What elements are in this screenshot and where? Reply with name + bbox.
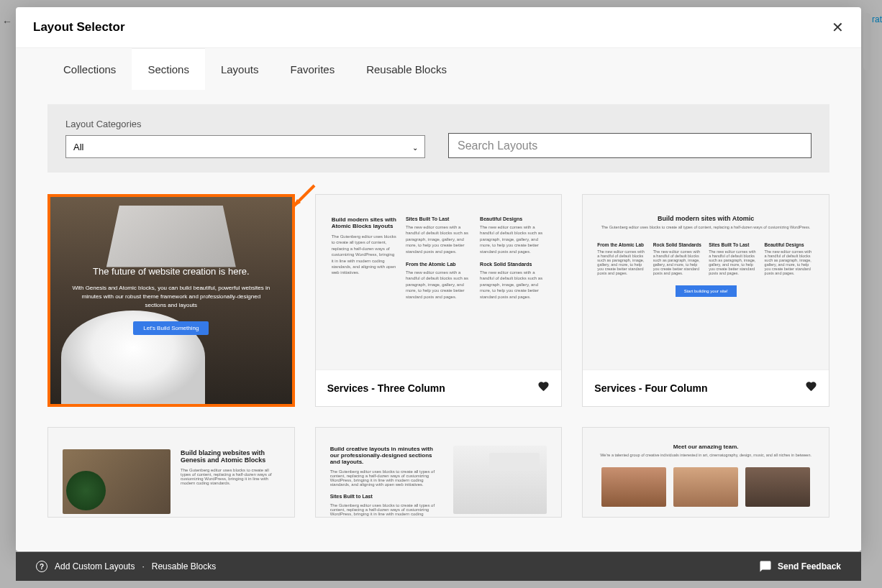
card-services-four-column[interactable]: Build modern sites with Atomic The Guten… [582,194,829,407]
card-preview: Build modern sites with Atomic Blocks la… [316,195,562,369]
preview-image [63,449,171,514]
stray-link: rat [872,14,882,24]
team-photo [745,467,810,507]
tab-favorites[interactable]: Favorites [274,48,350,90]
search-input[interactable] [448,133,811,158]
close-button[interactable]: ✕ [832,19,844,36]
layout-grid: The future of website creation is here. … [16,173,861,539]
layout-selector-modal: Layout Selector ✕ Collections Sections L… [16,7,861,551]
favorite-icon[interactable] [805,380,817,396]
modal-body: Collections Sections Layouts Favorites R… [16,48,861,551]
modal-header: Layout Selector ✕ [16,7,861,48]
card-preview: The future of website creation is here. … [50,197,292,404]
back-arrow-icon: ← [2,16,12,27]
category-label: Layout Categories [65,119,425,129]
preview-image [453,446,547,514]
tab-collections[interactable]: Collections [47,48,132,90]
filter-bar: Layout Categories All ⌄ [47,104,829,173]
chat-icon [759,560,772,573]
card-preview: Build blazing websites with Genesis and … [48,428,294,518]
card-title: Services - Three Column [327,382,445,394]
card-preview: Meet our amazing team. We're a talented … [583,428,829,518]
tabs: Collections Sections Layouts Favorites R… [16,48,861,90]
tab-reusable-blocks[interactable]: Reusable Blocks [350,48,463,90]
tab-layouts[interactable]: Layouts [205,48,275,90]
category-select[interactable]: All [65,135,425,158]
add-custom-layouts-link[interactable]: Add Custom Layouts [55,561,135,571]
send-feedback-link[interactable]: Send Feedback [759,560,841,573]
team-photo [673,467,738,507]
footer-bar: ? Add Custom Layouts · Reusable Blocks S… [16,552,861,581]
reusable-blocks-link[interactable]: Reusable Blocks [152,561,216,571]
card-title: Services - Four Column [594,382,707,394]
card-creative-layout[interactable]: Build creative layouts in minutes with o… [315,427,563,518]
preview-button: Let's Build Something [133,321,209,335]
help-icon[interactable]: ? [36,561,47,572]
preview-sub: With Genesis and Atomic blocks, you can … [72,284,270,310]
card-hero-header[interactable]: The future of website creation is here. … [47,194,295,407]
card-team[interactable]: Meet our amazing team. We're a talented … [582,427,829,518]
tab-sections[interactable]: Sections [132,48,205,90]
team-photo [601,467,666,507]
favorite-icon[interactable] [537,380,550,396]
card-preview: Build creative layouts in minutes with o… [316,428,562,518]
card-media-text[interactable]: Build blazing websites with Genesis and … [47,427,295,518]
card-services-three-column[interactable]: Build modern sites with Atomic Blocks la… [315,194,563,407]
preview-headline: The future of website creation is here. [72,266,270,277]
modal-title: Layout Selector [33,20,125,35]
scrollbar-thumb[interactable] [863,13,870,70]
card-preview: Build modern sites with Atomic The Guten… [583,195,829,369]
